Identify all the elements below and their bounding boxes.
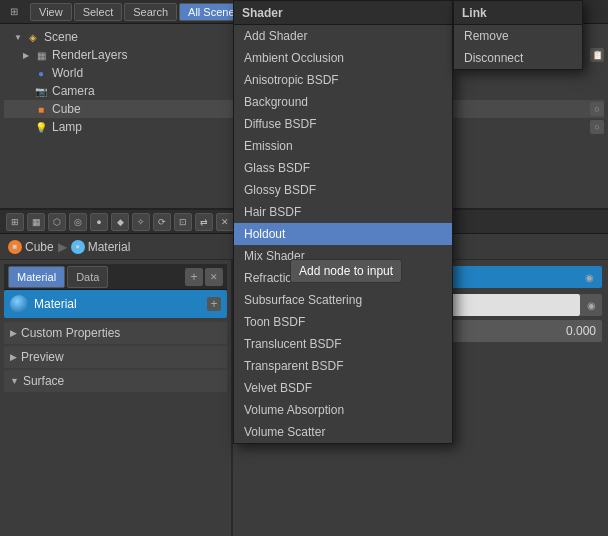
dropdown-volume-absorption[interactable]: Volume Absorption — [234, 399, 452, 421]
dropdown-transparent-bsdf[interactable]: Transparent BSDF — [234, 355, 452, 377]
dropdown-diffuse-bsdf[interactable]: Diffuse BSDF — [234, 113, 452, 135]
dropdown-holdout[interactable]: Holdout — [234, 223, 452, 245]
dropdown-glossy-bsdf[interactable]: Glossy BSDF — [234, 179, 452, 201]
dropdown-background[interactable]: Background — [234, 91, 452, 113]
shader-header-label: Shader — [242, 6, 283, 20]
action-remove[interactable]: Remove — [454, 25, 582, 47]
link-header: Link — [454, 1, 582, 25]
action-disconnect[interactable]: Disconnect — [454, 47, 582, 69]
dropdown-ambient-occlusion[interactable]: Ambient Occlusion — [234, 47, 452, 69]
dropdown-add-shader[interactable]: Add Shader — [234, 25, 452, 47]
dropdown-translucent-bsdf[interactable]: Translucent BSDF — [234, 333, 452, 355]
link-dropdown: Link Remove Disconnect — [453, 0, 583, 70]
dropdown-subsurface[interactable]: Subsurface Scattering — [234, 289, 452, 311]
link-header-label: Link — [462, 6, 487, 20]
dropdown-emission[interactable]: Emission — [234, 135, 452, 157]
add-node-tooltip: Add node to input — [290, 259, 402, 283]
dropdown-velvet-bsdf[interactable]: Velvet BSDF — [234, 377, 452, 399]
shader-dropdown-header: Shader — [234, 1, 452, 25]
dropdown-glass-bsdf[interactable]: Glass BSDF — [234, 157, 452, 179]
dropdown-overlay: Shader Add Shader Ambient Occlusion Anis… — [0, 0, 608, 536]
dropdown-anisotropic-bsdf[interactable]: Anisotropic BSDF — [234, 69, 452, 91]
dropdown-hair-bsdf[interactable]: Hair BSDF — [234, 201, 452, 223]
dropdown-toon-bsdf[interactable]: Toon BSDF — [234, 311, 452, 333]
shader-dropdown: Shader Add Shader Ambient Occlusion Anis… — [233, 0, 453, 444]
dropdown-volume-scatter[interactable]: Volume Scatter — [234, 421, 452, 443]
